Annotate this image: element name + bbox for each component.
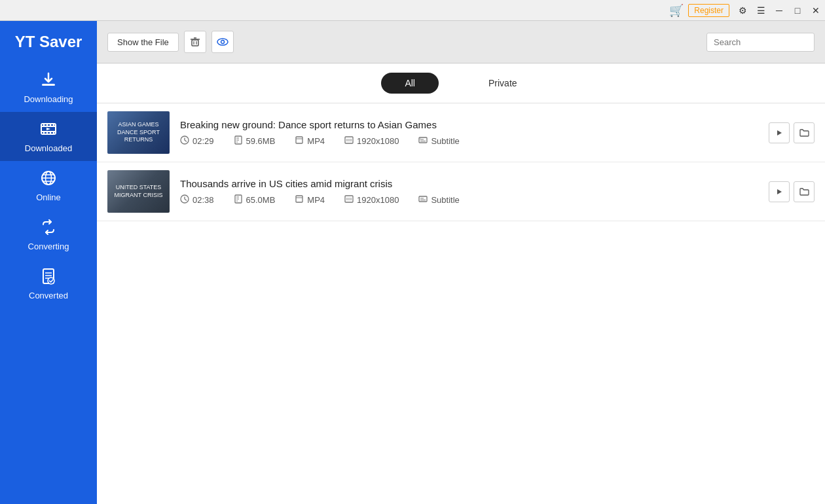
svg-marker-42 [777, 130, 782, 135]
menu-button[interactable]: ☰ [752, 1, 770, 20]
format-icon [295, 135, 304, 147]
video-thumbnail-1: ASIAN GAMESDANCE SPORT RETURNS [107, 111, 170, 154]
video-title-2: Thousands arrive in US cities amid migra… [180, 178, 758, 189]
delete-button[interactable] [184, 31, 206, 53]
format-value-2: MP4 [307, 195, 325, 205]
maximize-button[interactable]: □ [788, 1, 807, 20]
svg-point-29 [221, 41, 224, 44]
download-icon [39, 71, 58, 92]
meta-resolution-1: 1920x1080 [344, 135, 399, 147]
size-value-1: 59.6MB [246, 136, 276, 146]
sidebar: YT Saver Downloading [0, 21, 97, 504]
meta-size-2: 65.0MB [234, 194, 276, 206]
svg-rect-10 [50, 132, 51, 134]
thumb-text-1: ASIAN GAMESDANCE SPORT RETURNS [107, 111, 170, 154]
resolution-icon [344, 135, 354, 147]
globe-icon [39, 169, 58, 190]
svg-text:T: T [420, 138, 421, 141]
clock-icon [180, 135, 189, 147]
sidebar-item-converting-label: Converting [28, 242, 69, 251]
register-button[interactable]: Register [688, 4, 729, 17]
video-title-1: Breaking new ground: Dance sport returns… [180, 119, 758, 130]
sidebar-item-converted-label: Converted [29, 291, 68, 300]
preview-button[interactable] [211, 31, 234, 53]
video-info-2: Thousands arrive in US cities amid migra… [180, 178, 758, 206]
meta-duration-1: 02:29 [180, 135, 214, 147]
format-value-1: MP4 [307, 136, 325, 146]
folder-button-2[interactable] [794, 181, 815, 202]
settings-button[interactable]: ⚙ [733, 1, 752, 20]
search-input[interactable] [706, 33, 815, 52]
svg-rect-7 [53, 124, 54, 126]
svg-rect-45 [296, 196, 302, 202]
sidebar-item-converted[interactable]: Converted [0, 259, 97, 308]
svg-rect-4 [43, 124, 45, 126]
sidebar-item-online-label: Online [36, 192, 61, 202]
svg-point-22 [48, 278, 54, 284]
show-file-button[interactable]: Show the File [107, 33, 179, 52]
format-icon-2 [295, 194, 304, 206]
svg-rect-11 [53, 132, 54, 134]
sidebar-item-downloaded[interactable]: Downloaded [0, 112, 97, 161]
sidebar-item-converting[interactable]: Converting [0, 210, 97, 259]
sidebar-item-online[interactable]: Online [0, 161, 97, 210]
file-size-icon [234, 135, 243, 147]
video-actions-1 [769, 122, 815, 143]
svg-point-28 [217, 39, 228, 45]
table-row: ASIAN GAMESDANCE SPORT RETURNS Breaking … [97, 103, 825, 162]
svg-rect-23 [192, 40, 198, 46]
close-button[interactable]: ✕ [807, 1, 825, 20]
svg-rect-0 [42, 84, 55, 86]
meta-format-1: MP4 [295, 135, 325, 147]
duration-value-1: 02:29 [192, 136, 214, 146]
subtitle-value-1: Subtitle [431, 136, 459, 146]
main-content: Show the File All [97, 21, 825, 504]
minimize-button[interactable]: ─ [770, 1, 788, 20]
duration-value-2: 02:38 [192, 195, 214, 205]
meta-subtitle-2: Subtitle [418, 194, 459, 206]
svg-rect-2 [41, 126, 56, 127]
sidebar-item-downloading-label: Downloading [24, 94, 73, 104]
svg-rect-51 [419, 196, 427, 202]
filter-all-button[interactable]: All [381, 73, 439, 94]
titlebar: 🛒 Register ⚙ ☰ ─ □ ✕ [0, 0, 825, 21]
video-meta-1: 02:29 59.6MB [180, 135, 758, 147]
video-actions-2 [769, 181, 815, 202]
video-meta-2: 02:38 65.0MB [180, 194, 758, 206]
folder-button-1[interactable] [794, 122, 815, 143]
thumb-text-2: UNITED STATESMIGRANT CRISIS [107, 170, 170, 213]
svg-marker-54 [777, 189, 782, 194]
svg-rect-32 [296, 137, 302, 143]
app-container: YT Saver Downloading [0, 21, 825, 504]
cart-button[interactable]: 🛒 [667, 1, 686, 20]
sidebar-item-downloading[interactable]: Downloading [0, 63, 97, 112]
document-icon [39, 267, 58, 288]
table-row: UNITED STATESMIGRANT CRISIS Thousands ar… [97, 162, 825, 221]
svg-marker-12 [46, 128, 50, 130]
meta-duration-2: 02:38 [180, 194, 214, 206]
svg-rect-6 [50, 124, 51, 126]
video-list: ASIAN GAMESDANCE SPORT RETURNS Breaking … [97, 103, 825, 504]
resolution-value-1: 1920x1080 [357, 136, 399, 146]
filter-private-button[interactable]: Private [465, 73, 541, 94]
size-value-2: 65.0MB [246, 195, 276, 205]
film-icon [39, 120, 58, 141]
toolbar: Show the File [97, 21, 825, 63]
play-button-2[interactable] [769, 181, 790, 202]
play-button-1[interactable] [769, 122, 790, 143]
svg-rect-5 [46, 124, 48, 126]
filter-bar: All Private [97, 63, 825, 103]
meta-format-2: MP4 [295, 194, 325, 206]
video-thumbnail-2: UNITED STATESMIGRANT CRISIS [107, 170, 170, 213]
meta-subtitle-1: T Subtitle [418, 135, 459, 147]
clock-icon-2 [180, 194, 189, 206]
sidebar-item-downloaded-label: Downloaded [25, 143, 72, 153]
convert-icon [39, 218, 58, 239]
resolution-value-2: 1920x1080 [357, 195, 399, 205]
app-title: YT Saver [0, 21, 97, 63]
meta-resolution-2: 1920x1080 [344, 194, 399, 206]
video-info-1: Breaking new ground: Dance sport returns… [180, 119, 758, 147]
svg-rect-9 [46, 132, 48, 134]
svg-rect-8 [43, 132, 45, 134]
file-size-icon-2 [234, 194, 243, 206]
